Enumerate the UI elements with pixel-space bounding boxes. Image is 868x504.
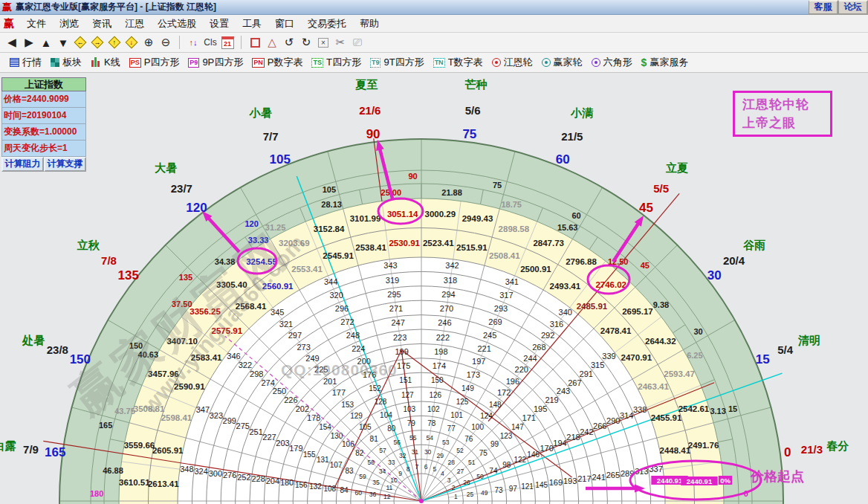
calendar-day: 21 [221, 36, 234, 49]
zoom-out-icon[interactable]: ⊖ [158, 34, 173, 51]
svg-text:27: 27 [457, 468, 464, 475]
svg-text:小暑: 小暑 [249, 106, 272, 119]
clear-icon[interactable]: ⎚ [350, 34, 365, 51]
ribbon-item-K线[interactable]: K线 [87, 54, 124, 71]
zoom-in-icon[interactable]: ⊕ [141, 34, 156, 51]
gann-wheel-canvas[interactable]: 1234567891011122526272829303132333435364… [0, 74, 868, 504]
forum-button[interactable]: 论坛 [838, 0, 868, 15]
svg-text:QQ:100800360: QQ:100800360 [281, 361, 398, 378]
price-value: 价格=2440.9099 [1, 91, 86, 108]
svg-text:228: 228 [251, 474, 265, 483]
down-icon[interactable]: ▼ [56, 34, 71, 51]
xbox-shape: × [318, 38, 328, 48]
svg-text:339: 339 [602, 352, 615, 361]
calc-resistance-button[interactable]: 计算阻力 [1, 157, 44, 172]
svg-text:8: 8 [407, 465, 410, 473]
svg-text:6: 6 [424, 463, 428, 471]
customer-service-button[interactable]: 客服 [809, 0, 838, 15]
menu-item-2[interactable]: 资讯 [85, 15, 118, 33]
triangle-icon[interactable]: △ [265, 34, 279, 51]
ribbon-item-9P四方形[interactable]: P99P四方形 [184, 54, 247, 71]
forward-icon[interactable]: ▶ [22, 34, 36, 51]
svg-text:107: 107 [330, 461, 343, 469]
svg-text:315: 315 [591, 361, 604, 369]
ribbon-item-行情[interactable]: 行情 [6, 54, 45, 71]
svg-text:2455.91: 2455.91 [651, 413, 682, 422]
svg-text:122: 122 [514, 456, 526, 464]
calc-support-button[interactable]: 计算支撑 [44, 157, 86, 172]
menu-item-8[interactable]: 交易委托 [301, 15, 353, 33]
menu-item-7[interactable]: 窗口 [268, 15, 301, 33]
svg-text:20/4: 20/4 [723, 254, 745, 267]
svg-text:7/8: 7/8 [101, 254, 117, 267]
svg-text:77: 77 [447, 424, 456, 433]
svg-text:129: 129 [350, 412, 363, 420]
svg-text:30: 30 [707, 268, 722, 282]
title-bar: 赢 赢家江恩专业版[赢家服务平台] - [上证指数 江恩轮] 客服 论坛 [0, 0, 868, 15]
up-icon[interactable]: ▲ [39, 34, 54, 51]
menu-item-4[interactable]: 公式选股 [151, 15, 203, 33]
diamond-up-icon[interactable]: ↑ [107, 34, 122, 51]
diamond-right-icon[interactable]: → [90, 34, 105, 51]
ribbon-item-六角形[interactable]: 六角形 [588, 54, 636, 71]
badge-icon: TS [311, 58, 323, 68]
svg-text:148: 148 [489, 401, 502, 409]
svg-text:75: 75 [479, 449, 488, 457]
updown-icon[interactable]: ↑↓ [186, 34, 201, 51]
svg-text:5/4: 5/4 [777, 343, 794, 356]
badge-icon: T9 [370, 58, 381, 68]
menu-item-1[interactable]: 浏览 [53, 15, 85, 33]
svg-text:268: 268 [532, 343, 545, 352]
svg-text:105: 105 [359, 423, 372, 431]
svg-text:222: 222 [436, 333, 450, 342]
rect-icon[interactable] [247, 34, 262, 51]
badge-icon: TN [433, 58, 445, 68]
diamond-down-icon[interactable]: ↓ [124, 34, 139, 51]
rotate-left-icon[interactable]: ↺ [282, 34, 297, 51]
ribbon-item-赢家服务[interactable]: $赢家服务 [638, 54, 693, 71]
svg-text:270: 270 [440, 304, 453, 313]
svg-text:2613.41: 2613.41 [148, 479, 179, 488]
svg-text:2949.43: 2949.43 [462, 214, 493, 223]
svg-text:57: 57 [379, 447, 386, 454]
svg-text:82: 82 [355, 449, 364, 457]
svg-text:128: 128 [375, 398, 387, 406]
svg-text:219: 219 [545, 395, 558, 404]
svg-text:251: 251 [249, 427, 262, 436]
svg-text:204: 204 [266, 476, 279, 485]
svg-text:124: 124 [480, 412, 493, 420]
svg-text:120: 120 [244, 219, 258, 228]
ribbon-item-9T四方形[interactable]: T99T四方形 [366, 54, 428, 71]
svg-text:2491.76: 2491.76 [688, 441, 719, 450]
ribbon-item-板块[interactable]: 板块 [47, 54, 85, 71]
ribbon-item-label: 9T四方形 [383, 56, 424, 69]
svg-text:75: 75 [493, 181, 502, 190]
ribbon-item-赢家轮[interactable]: 赢家轮 [538, 54, 586, 71]
menu-item-0[interactable]: 文件 [20, 15, 53, 33]
diamond-left-icon[interactable]: ← [73, 34, 88, 51]
svg-text:290: 290 [606, 416, 620, 425]
ribbon-item-T四方形[interactable]: TST四方形 [308, 54, 364, 71]
svg-text:2538.41: 2538.41 [355, 243, 386, 252]
menu-item-9[interactable]: 帮助 [353, 15, 386, 33]
calendar-icon[interactable]: 21 [220, 34, 235, 51]
rotate-right-icon[interactable]: ↻ [299, 34, 314, 51]
menu-item-5[interactable]: 设置 [203, 15, 236, 33]
ribbon-item-江恩轮[interactable]: 江恩轮 [488, 54, 537, 71]
svg-text:174: 174 [433, 361, 446, 370]
menu-item-6[interactable]: 工具 [236, 15, 268, 33]
ribbon-item-P四方形[interactable]: PSP四方形 [126, 54, 184, 71]
ribbon-item-T数字表[interactable]: TNT数字表 [430, 54, 487, 71]
xbox-icon[interactable]: × [316, 34, 331, 51]
back-icon[interactable]: ◀ [4, 34, 19, 51]
svg-text:处暑: 处暑 [22, 334, 45, 346]
svg-text:173: 173 [467, 370, 480, 379]
ribbon-item-P数字表[interactable]: PNP数字表 [248, 54, 306, 71]
scissors-icon[interactable]: ✂ [333, 34, 348, 51]
svg-text:5/5: 5/5 [653, 182, 669, 195]
svg-text:84: 84 [340, 486, 349, 494]
svg-text:227: 227 [262, 433, 276, 442]
menu-item-3[interactable]: 江恩 [118, 15, 151, 33]
svg-text:28.13: 28.13 [321, 200, 342, 209]
cls-icon[interactable]: Cls [203, 34, 218, 51]
